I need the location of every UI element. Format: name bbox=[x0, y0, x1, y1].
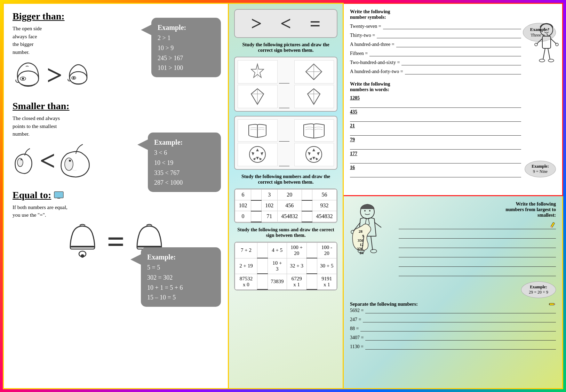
sum-3c: 6729 x 1 bbox=[287, 274, 306, 289]
equal-ex-3: 10 + 1 = 5 + 6 bbox=[147, 283, 215, 293]
sign-blank-1[interactable] bbox=[279, 60, 289, 83]
sign-sum-1[interactable] bbox=[257, 242, 268, 258]
sign-input-5[interactable] bbox=[251, 211, 261, 222]
sep-line-1[interactable] bbox=[365, 307, 556, 313]
outer-border: Bigger than: The open sidealways facethe… bbox=[0, 0, 566, 392]
left-panel: Bigger than: The open sidealways facethe… bbox=[3, 3, 229, 389]
bubble-arrow-bigger bbox=[141, 25, 151, 35]
bigger-example-title: Example: bbox=[158, 22, 215, 33]
right-top-title: Write the followingnumber symbols: bbox=[350, 9, 556, 20]
pic-cell-gem bbox=[238, 60, 278, 83]
smaller-section: Smaller than: The closed end alwayspoint… bbox=[13, 101, 219, 183]
svg-point-48 bbox=[548, 28, 549, 30]
separate-section: Separate the following numbers: 5692 = bbox=[350, 302, 556, 350]
svg-text:356: 356 bbox=[358, 238, 364, 242]
svg-point-7 bbox=[21, 159, 22, 160]
sums-grid: 7 + 2 4 + 5 100 + 20 100 - 20 2 + 19 10 … bbox=[234, 242, 337, 291]
sign-input-4[interactable] bbox=[302, 200, 312, 211]
word-rows: 1205 435 21 79 bbox=[350, 95, 521, 177]
svg-marker-41 bbox=[308, 152, 311, 155]
svg-marker-40 bbox=[312, 149, 315, 151]
sign-sum-5[interactable] bbox=[257, 274, 268, 289]
sep-label-5: 1130 = bbox=[350, 344, 364, 350]
word-line-5[interactable] bbox=[350, 157, 521, 163]
svg-line-24 bbox=[306, 64, 314, 72]
pic-cell-kite2 bbox=[294, 85, 334, 108]
sym-label-6: A hundred-and-forty-two = bbox=[350, 69, 403, 74]
bigger-symbol-display: > bbox=[47, 61, 63, 89]
word-num-5: 177 bbox=[350, 151, 521, 157]
ans-line-4[interactable] bbox=[399, 250, 556, 257]
equal-ex-2: 302 = 302 bbox=[147, 273, 215, 283]
sign-blank-3[interactable] bbox=[279, 119, 289, 142]
word-line-6[interactable] bbox=[350, 171, 521, 177]
word-line-3[interactable] bbox=[350, 129, 521, 136]
sign-sum-6[interactable] bbox=[306, 274, 317, 289]
lt-sign: < bbox=[280, 13, 291, 34]
right-bottom-content: 28 9 356 12 376 84 bbox=[350, 201, 556, 298]
sym-line-1[interactable] bbox=[383, 23, 521, 29]
sign-sum-4[interactable] bbox=[306, 258, 317, 274]
sep-line-2[interactable] bbox=[363, 316, 556, 322]
ans-line-5[interactable] bbox=[399, 259, 556, 267]
svg-rect-12 bbox=[70, 246, 95, 249]
equal-example-title: Example: bbox=[147, 251, 215, 263]
sign-sum-2[interactable] bbox=[306, 242, 317, 258]
sym-line-6[interactable] bbox=[405, 68, 521, 74]
sep-row-3: 88 = bbox=[350, 325, 556, 331]
word-line-2[interactable] bbox=[350, 115, 521, 122]
sum-2a: 2 + 19 bbox=[235, 258, 257, 274]
bell-left-icon bbox=[65, 223, 100, 261]
pic-cell-kite bbox=[238, 85, 278, 108]
sep-line-3[interactable] bbox=[360, 325, 556, 331]
svg-point-47 bbox=[544, 28, 545, 30]
num-row-1: 6 3 20 56 bbox=[235, 190, 337, 200]
sign-input-2[interactable] bbox=[302, 190, 312, 200]
sep-line-5[interactable] bbox=[365, 343, 556, 350]
example-bubble-nine: Example: 9 = Nine bbox=[525, 161, 556, 177]
ans-line-6[interactable] bbox=[399, 269, 556, 276]
helmet-right-icon bbox=[65, 61, 91, 89]
word-line-1[interactable] bbox=[350, 102, 521, 108]
separate-title-row: Separate the following numbers: bbox=[350, 302, 556, 307]
svg-point-5 bbox=[73, 77, 74, 79]
svg-marker-77 bbox=[554, 303, 555, 305]
svg-marker-44 bbox=[316, 158, 318, 160]
sep-line-4[interactable] bbox=[365, 334, 556, 341]
middle-panel: > < = Study the following pictures and d… bbox=[229, 3, 344, 389]
sign-sum-3[interactable] bbox=[257, 258, 268, 274]
bubble-arrow-equal bbox=[130, 254, 141, 265]
equal-desc: If both numbers are equal,you use the "=… bbox=[13, 203, 219, 219]
num-3b: 71 bbox=[261, 211, 277, 222]
word-row-4: 79 bbox=[350, 137, 521, 150]
gt-sign: > bbox=[251, 13, 262, 34]
word-num-4: 79 bbox=[350, 137, 521, 143]
sep-label-1: 5692 = bbox=[350, 308, 364, 313]
sum-row-3: 87532 x 0 73839 6729 x 1 9191 x 1 bbox=[235, 274, 337, 289]
ans-line-3[interactable] bbox=[399, 240, 556, 248]
bigger-ex-1: 2 > 1 bbox=[158, 33, 215, 43]
word-line-4[interactable] bbox=[350, 143, 521, 150]
sign-input-6[interactable] bbox=[302, 211, 312, 222]
sym-line-5[interactable] bbox=[401, 59, 521, 65]
largest-title: Write the followingnumbers from largest … bbox=[399, 201, 556, 218]
sym-line-2[interactable] bbox=[377, 32, 521, 38]
ans-line-2[interactable] bbox=[399, 231, 556, 239]
svg-marker-42 bbox=[317, 152, 320, 155]
sym-line-3[interactable] bbox=[396, 41, 521, 47]
sym-line-4[interactable] bbox=[369, 50, 521, 56]
sign-blank-4[interactable] bbox=[279, 143, 289, 166]
svg-line-54 bbox=[543, 48, 545, 59]
word-rows-container: 1205 435 21 79 bbox=[350, 95, 556, 177]
num-3c: 454832 bbox=[277, 211, 302, 222]
book-small-icon bbox=[247, 122, 268, 139]
ans-line-1[interactable] bbox=[399, 222, 556, 229]
word-num-1: 1205 bbox=[350, 95, 521, 101]
sign-input-1[interactable] bbox=[251, 190, 261, 200]
sep-row-5: 1130 = bbox=[350, 343, 556, 350]
sign-input-3[interactable] bbox=[251, 200, 261, 211]
num-1b: 3 bbox=[261, 190, 277, 200]
pic-cell-diamond bbox=[294, 60, 334, 83]
eq-sign: = bbox=[310, 13, 320, 34]
sign-blank-2[interactable] bbox=[279, 85, 289, 108]
